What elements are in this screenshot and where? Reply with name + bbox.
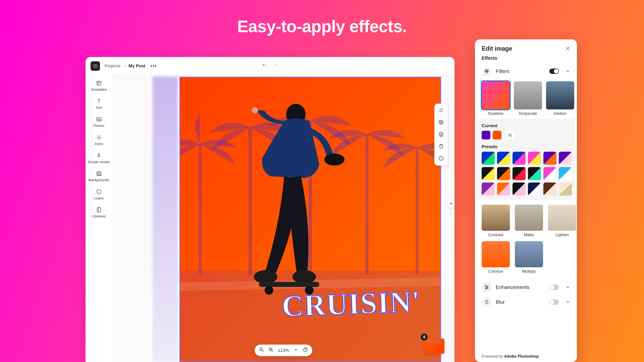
pages-thumbnail[interactable]: CRUISIN' bbox=[424, 339, 444, 354]
sidebar-item-label: Design assets bbox=[88, 160, 110, 164]
enhancements-toggle[interactable] bbox=[550, 285, 559, 290]
filter-tile-colorize[interactable]: Colorize bbox=[482, 241, 510, 274]
preset-swatch[interactable] bbox=[544, 167, 556, 180]
add-button[interactable]: + bbox=[447, 199, 454, 208]
zoom-value[interactable]: 113% bbox=[278, 348, 289, 353]
preset-swatch[interactable] bbox=[528, 167, 541, 180]
svg-rect-13 bbox=[366, 134, 368, 274]
chevron-right-icon: › bbox=[124, 63, 125, 68]
sidebar-item-backgrounds[interactable]: Backgrounds bbox=[86, 171, 112, 182]
preset-swatch[interactable] bbox=[482, 167, 495, 180]
chevron-down-icon[interactable] bbox=[566, 300, 570, 304]
sidebar-item-photos[interactable]: Photos bbox=[86, 116, 112, 128]
svg-rect-24 bbox=[439, 120, 442, 123]
preset-swatch[interactable] bbox=[559, 167, 572, 180]
app-logo[interactable] bbox=[90, 61, 100, 71]
swap-icon[interactable] bbox=[438, 107, 444, 114]
canvas-text-overlay[interactable]: CRUISIN' bbox=[281, 284, 421, 324]
filters-label: Filters bbox=[496, 68, 546, 74]
svg-point-32 bbox=[485, 285, 486, 286]
filter-tile-grayscale[interactable]: Grayscale bbox=[514, 81, 542, 116]
enhancements-row[interactable]: Enhancements bbox=[475, 280, 577, 295]
preset-swatch[interactable] bbox=[528, 152, 541, 165]
sidebar-item-templates[interactable]: Templates bbox=[86, 80, 112, 91]
svg-point-19 bbox=[292, 270, 316, 284]
help-icon[interactable] bbox=[303, 347, 308, 354]
sidebar-item-libraries[interactable]: Libraries bbox=[86, 207, 112, 218]
layers-icon[interactable] bbox=[438, 131, 444, 138]
sidebar-item-label: Text bbox=[96, 106, 102, 110]
preset-swatch[interactable] bbox=[482, 152, 495, 165]
blur-toggle[interactable] bbox=[550, 299, 559, 305]
chevron-up-icon[interactable] bbox=[566, 69, 570, 73]
filters-row[interactable]: Filters bbox=[475, 64, 577, 79]
filter-tile-contrast[interactable]: Contrast bbox=[482, 205, 510, 237]
preset-swatch[interactable] bbox=[512, 183, 526, 196]
breadcrumb-projects[interactable]: Projects bbox=[105, 63, 120, 68]
pages-count-badge[interactable]: 4 bbox=[420, 334, 428, 341]
duplicate-icon[interactable] bbox=[438, 119, 444, 126]
preset-swatch[interactable] bbox=[497, 152, 510, 165]
sidebar-item-label: Logos bbox=[94, 196, 104, 200]
filter-tile-matte[interactable]: Matte bbox=[515, 205, 543, 237]
svg-rect-7 bbox=[97, 208, 100, 212]
svg-point-34 bbox=[486, 288, 487, 289]
zoom-in-icon[interactable] bbox=[268, 347, 274, 354]
blur-row[interactable]: Blur bbox=[475, 295, 577, 309]
redo-icon[interactable] bbox=[272, 63, 278, 69]
filter-tile-duotone[interactable]: Duotone bbox=[482, 81, 510, 116]
filter-tile-label: Darken bbox=[554, 111, 566, 116]
edit-image-panel: Edit image ✕ Effects Filters Duotone Gra… bbox=[475, 39, 577, 362]
zoom-out-icon[interactable] bbox=[259, 347, 264, 354]
filter-tile-lighten[interactable]: Lighten bbox=[548, 205, 576, 237]
preset-swatch[interactable] bbox=[559, 183, 572, 196]
filter-tile-label: Grayscale bbox=[519, 111, 537, 116]
sidebar-item-design-assets[interactable]: Design assets bbox=[86, 152, 112, 164]
editor-window: Projects › My Post ••• Templates Text Ph… bbox=[86, 57, 454, 362]
preset-swatch[interactable] bbox=[512, 152, 526, 165]
chevron-down-icon[interactable] bbox=[293, 347, 298, 354]
current-label: Current bbox=[482, 123, 570, 128]
blur-label: Blur bbox=[496, 299, 546, 305]
hero-title: Easy-to-apply effects. bbox=[0, 17, 644, 36]
artboard[interactable]: CRUISIN' bbox=[180, 77, 441, 362]
more-filter-tiles: Contrast Matte Lighten Colorize Multiply bbox=[475, 205, 577, 277]
close-icon[interactable]: ✕ bbox=[565, 45, 570, 52]
preset-swatch[interactable] bbox=[497, 183, 510, 196]
svg-point-21 bbox=[265, 286, 273, 295]
preset-swatch[interactable] bbox=[512, 167, 526, 180]
swatch-current-1[interactable] bbox=[482, 131, 490, 139]
chevron-down-icon[interactable] bbox=[566, 285, 570, 290]
sidebar-item-text[interactable]: Text bbox=[86, 98, 112, 110]
svg-rect-10 bbox=[199, 144, 202, 274]
preset-swatch[interactable] bbox=[544, 152, 556, 165]
sidebar-item-label: Photos bbox=[94, 124, 104, 128]
footer-prefix: Powered by bbox=[482, 354, 504, 359]
panel-title: Edit image bbox=[482, 45, 512, 52]
info-icon[interactable] bbox=[438, 156, 444, 162]
trash-icon[interactable] bbox=[438, 143, 444, 150]
blur-icon bbox=[482, 297, 492, 307]
svg-rect-14 bbox=[416, 147, 418, 274]
preset-swatch[interactable] bbox=[528, 183, 541, 196]
filter-tile-multiply[interactable]: Multiply bbox=[515, 241, 543, 274]
more-icon[interactable]: ••• bbox=[150, 63, 157, 69]
sidebar-item-icons[interactable]: Icons bbox=[86, 134, 112, 146]
panel-footer: Powered by Adobe Photoshop bbox=[475, 351, 577, 362]
shuffle-icon[interactable] bbox=[506, 131, 514, 139]
preset-swatch[interactable] bbox=[497, 167, 510, 180]
swatch-current-2[interactable] bbox=[493, 131, 502, 139]
sidebar-item-label: Icons bbox=[94, 142, 103, 146]
preset-swatch[interactable] bbox=[544, 183, 556, 196]
canvas-area: CRUISIN' + 113% CRUISIN' 4 bbox=[112, 75, 454, 362]
duotone-subpanel: Current Presets bbox=[477, 119, 575, 200]
filters-toggle[interactable] bbox=[550, 68, 559, 74]
undo-icon[interactable] bbox=[262, 63, 268, 69]
preset-swatch[interactable] bbox=[482, 183, 495, 196]
enhancements-label: Enhancements bbox=[496, 284, 546, 290]
svg-rect-2 bbox=[97, 81, 101, 85]
filter-tile-darken[interactable]: Darken bbox=[546, 81, 574, 116]
preset-swatch[interactable] bbox=[559, 152, 572, 165]
sidebar-item-logos[interactable]: Logos bbox=[86, 189, 112, 200]
filters-icon bbox=[482, 66, 492, 76]
